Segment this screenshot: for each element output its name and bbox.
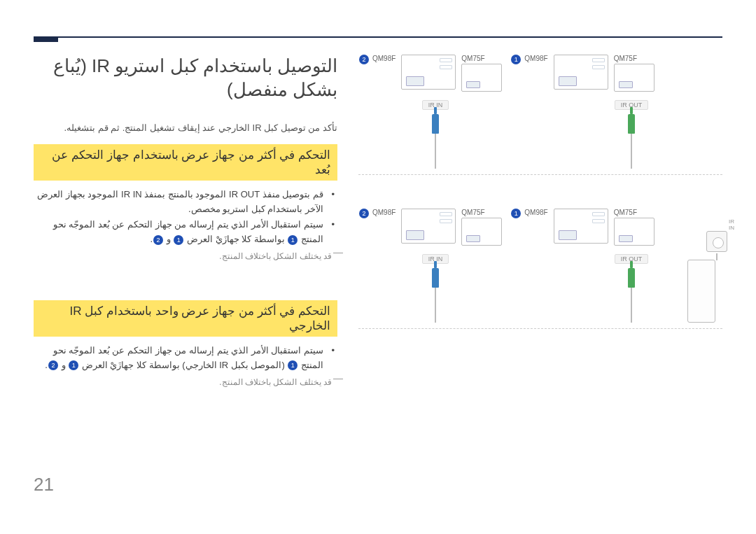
jack-row (575, 114, 687, 169)
display-panel (461, 218, 502, 246)
list-item: قم بتوصيل منفذ IR OUT الموجود بالمنتج بم… (34, 188, 323, 217)
badge-one: 1 (511, 55, 521, 64)
page-title: التوصيل باستخدام كبل استريو IR (يُباع بش… (34, 55, 337, 102)
panel-rib (440, 65, 452, 69)
port-area (559, 76, 577, 86)
list-item-text: . (45, 360, 48, 370)
list-item-text: (الموصل بكبل IR الخارجي) بواسطة كلا جهاز… (79, 360, 285, 370)
ir-receiver-icon (706, 231, 727, 252)
panel-rib (592, 65, 605, 69)
port-label-row: IR IN IR OUT (379, 251, 687, 323)
list-item-text: و (59, 360, 66, 370)
model-label: QM75F (461, 209, 502, 216)
display-panel (614, 218, 654, 246)
panel-small-wrap: QM75F (614, 55, 654, 92)
panel-row: 2 QM98F QM75F (358, 209, 687, 246)
jack-blue (428, 268, 442, 323)
section1-footnote: قد يختلف الشكل باختلاف المنتج. (34, 251, 337, 261)
main-content: التوصيل باستخدام كبل استريو IR (يُباع بش… (34, 55, 722, 402)
diagram-column: 2 QM98F QM75F (358, 55, 722, 402)
badge-one: 1 (174, 235, 183, 245)
port-area (466, 81, 480, 88)
badge-one: 1 (288, 235, 298, 245)
panel-set-1: 1 QM98F QM75F (510, 55, 654, 92)
badge-two: 2 (153, 235, 163, 245)
model-label: QM75F (614, 55, 654, 62)
panel-row: 2 QM98F QM75F (358, 55, 722, 92)
jack-blue (428, 114, 442, 169)
panel-small-wrap: QM75F (461, 55, 502, 92)
diagram-1: 2 QM98F QM75F (358, 55, 722, 175)
display-panel (554, 209, 608, 244)
badge-two: 2 (48, 360, 58, 370)
jack-plug-icon (628, 268, 635, 288)
model-label: QM75F (614, 209, 654, 216)
jack-wire (631, 288, 632, 323)
panel-set-2: 2 QM98F QM75F (358, 209, 502, 246)
jack-row (379, 114, 491, 169)
panel-small-wrap: QM75F (461, 209, 502, 246)
list-item-text: و (164, 234, 171, 244)
spacer (34, 276, 337, 300)
list-item-text: . (150, 234, 153, 244)
text-column: التوصيل باستخدام كبل استريو IR (يُباع بش… (34, 55, 337, 402)
panel-rib (440, 58, 452, 62)
port-area (406, 230, 424, 240)
port-area (466, 235, 480, 242)
panel-rib (592, 58, 605, 62)
port-area (406, 76, 424, 86)
list-item: سيتم استقبال الأمر الذي يتم إرساله من جه… (34, 218, 323, 247)
display-panel (401, 55, 456, 90)
jack-wire (435, 288, 436, 323)
port-zone-in: IR IN (379, 251, 491, 323)
display-panel (461, 64, 502, 92)
port-zone-out: IR OUT (575, 251, 687, 323)
page-number: 21 (34, 474, 54, 496)
port-label-row: IR IN IR OUT (379, 97, 722, 169)
jack-plug-icon (432, 114, 439, 134)
model-label: QM98F (524, 55, 547, 62)
set-label: 2 QM98F (358, 55, 396, 64)
display-panel (554, 55, 608, 90)
badge-one: 1 (511, 209, 521, 218)
section1-list: قم بتوصيل منفذ IR OUT الموجود بالمنتج بم… (34, 188, 337, 247)
port-area (559, 230, 577, 240)
set-label: 1 QM98F (510, 209, 547, 218)
jack-wire (435, 134, 436, 169)
model-label: QM75F (461, 55, 502, 62)
cable-line (358, 328, 722, 329)
badge-one: 1 (69, 360, 78, 370)
header-accent (34, 36, 58, 42)
port-area (619, 81, 633, 88)
panel-set-1: 1 QM98F QM75F (510, 209, 654, 246)
intro-note: تأكد من توصيل كبل IR الخارجي عند إيقاف ت… (34, 122, 337, 134)
diagram2-left: 2 QM98F QM75F (358, 209, 687, 323)
panel-rib (440, 219, 452, 223)
section2-list: سيتم استقبال الأمر الذي يتم إرساله من جه… (34, 344, 337, 373)
set-label: 1 QM98F (510, 55, 547, 64)
jack-plug-icon (628, 114, 635, 134)
display-panel (614, 64, 654, 92)
cable-line (358, 174, 722, 175)
panel-rib (440, 212, 452, 216)
set-label: 2 QM98F (358, 209, 396, 218)
port-zone-in: IR IN (379, 97, 491, 169)
list-item: سيتم استقبال الأمر الذي يتم إرساله من جه… (34, 344, 323, 373)
section2-footnote: قد يختلف الشكل باختلاف المنتج. (34, 377, 337, 387)
top-rule (34, 36, 722, 38)
list-item-text: بواسطة كلا جهازَيْ العرض (184, 234, 284, 244)
model-label: QM98F (524, 209, 547, 216)
ir-in-small-label: IR IN (729, 218, 734, 231)
jack-green (624, 268, 638, 323)
badge-one: 1 (288, 360, 298, 370)
diagram2-row: 2 QM98F QM75F (358, 209, 722, 323)
panel-set-2: 2 QM98F QM75F (358, 55, 502, 92)
section1-heading: التحكم في أكثر من جهاز عرض باستخدام جهاز… (34, 144, 337, 181)
badge-two: 2 (359, 209, 369, 218)
external-ir-box: IR IN (687, 260, 715, 323)
section2-heading: التحكم في أكثر من جهاز عرض واحد باستخدام… (34, 300, 337, 337)
jack-green (624, 114, 638, 169)
panel-small-wrap: QM75F (614, 209, 654, 246)
panel-rib (592, 219, 605, 223)
jack-row (379, 268, 491, 323)
